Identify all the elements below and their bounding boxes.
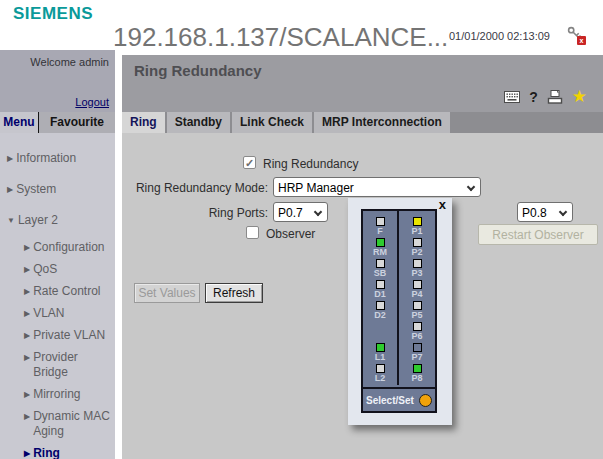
faceplate-left-column: F RM SB D1 D xyxy=(363,211,399,385)
port7-led xyxy=(413,343,422,352)
favourite-star-icon[interactable]: ★ xyxy=(572,89,587,105)
siemens-logo: SIEMENS xyxy=(13,4,93,24)
ring-port-1-select[interactable]: P0.7 xyxy=(274,204,327,222)
observer-checkbox[interactable] xyxy=(246,226,259,239)
select-set-button[interactable] xyxy=(419,394,432,407)
red-x-badge: x xyxy=(577,36,586,45)
led-label: P2 xyxy=(411,247,422,257)
led-label: P5 xyxy=(411,310,422,320)
sidebar-tab-bar: Menu Favourite xyxy=(0,112,115,133)
sidebar-item-label: Ring Redundancy xyxy=(33,446,113,459)
ring-port1-select-wrap: P0.7 xyxy=(273,202,328,222)
faceplate-right-column: P1 P2 P3 P4 xyxy=(399,211,435,385)
chevron-right-icon: ▶ xyxy=(24,306,30,321)
print-icon[interactable] xyxy=(547,90,563,104)
led-area: F RM SB D1 D xyxy=(363,211,435,385)
chevron-right-icon: ▶ xyxy=(7,182,13,197)
help-icon[interactable]: ? xyxy=(529,89,538,105)
port6-led xyxy=(413,322,422,331)
redundancy-manager-led xyxy=(376,238,385,247)
standby-led xyxy=(376,259,385,268)
chevron-right-icon: ▶ xyxy=(24,262,30,277)
led-label: P3 xyxy=(411,268,422,278)
led-label: P4 xyxy=(411,289,422,299)
chevron-right-icon: ▶ xyxy=(24,446,30,459)
led-unit-l2: L2 xyxy=(363,364,397,385)
sidebar-item-label: System xyxy=(16,182,56,197)
led-unit-p4: P4 xyxy=(399,280,435,301)
sidebar-item-ring-redundancy[interactable]: ▶ Ring Redundancy xyxy=(24,446,113,459)
sidebar-menu: ▶ Information ▶ System ▼ Layer 2 ▶ Confi… xyxy=(0,133,115,459)
l1-led xyxy=(376,343,385,352)
led-label: P7 xyxy=(411,352,422,362)
sidebar-tab-menu[interactable]: Menu xyxy=(0,112,38,133)
led-unit-p6: P6 xyxy=(399,322,435,343)
ring-port-2-select[interactable]: P0.8 xyxy=(518,204,572,222)
ring-redundancy-mode-select[interactable]: HRP Manager xyxy=(274,179,480,197)
sidebar-item-rate-control[interactable]: ▶ Rate Control xyxy=(24,284,113,299)
device-faceplate-popup: x F RM SB xyxy=(348,198,452,425)
led-unit-rm: RM xyxy=(363,238,397,259)
logout-link[interactable]: Logout xyxy=(75,96,109,108)
content-header: Ring Redundancy ? xyxy=(122,55,603,112)
sidebar-tab-favourite[interactable]: Favourite xyxy=(39,112,115,133)
sidebar-item-mirroring[interactable]: ▶ Mirroring xyxy=(24,387,113,402)
chevron-right-icon: ▶ xyxy=(24,409,30,424)
scalance-web-ui: SIEMENS 192.168.1.137/SCALANCE... 01/01/… xyxy=(0,0,603,459)
port8-led xyxy=(413,364,422,373)
d1-led xyxy=(376,280,385,289)
led-label: F xyxy=(377,226,383,236)
device-faceplate: F RM SB D1 D xyxy=(361,209,437,413)
mode-label: Ring Redundancy Mode: xyxy=(136,181,268,195)
port5-led xyxy=(413,301,422,310)
sidebar-item-dynamic-mac-aging[interactable]: ▶ Dynamic MAC Aging xyxy=(24,409,113,439)
sidebar-item-private-vlan[interactable]: ▶ Private VLAN xyxy=(24,328,113,343)
restart-observer-button[interactable]: Restart Observer xyxy=(478,224,598,245)
chevron-right-icon: ▶ xyxy=(24,284,30,299)
sidebar-item-system[interactable]: ▶ System xyxy=(7,182,113,197)
tab-mrp-interconnection[interactable]: MRP Interconnection xyxy=(314,112,450,133)
system-datetime: 01/01/2000 02:13:09 xyxy=(449,30,550,42)
chevron-down-icon: ▼ xyxy=(7,213,15,228)
device-title: 192.168.1.137/SCALANCE... xyxy=(113,22,448,53)
sidebar-item-provider-bridge[interactable]: ▶ Provider Bridge xyxy=(24,350,113,380)
chevron-right-icon: ▶ xyxy=(24,350,30,365)
mode-select-wrap: HRP Manager xyxy=(273,177,481,197)
led-unit-p2: P2 xyxy=(399,238,435,259)
tab-link-check[interactable]: Link Check xyxy=(232,112,312,133)
led-unit-l1: L1 xyxy=(363,343,397,364)
observer-checkbox-label: Observer xyxy=(266,227,315,241)
led-unit-p3: P3 xyxy=(399,259,435,280)
refresh-button[interactable]: Refresh xyxy=(205,283,263,303)
led-label: P8 xyxy=(411,373,422,383)
sidebar-item-label: Configuration xyxy=(33,240,104,255)
ring-redundancy-checkbox[interactable]: ✓ xyxy=(243,156,256,169)
keyboard-icon[interactable] xyxy=(504,91,520,103)
sidebar-item-label: VLAN xyxy=(33,306,64,321)
tab-ring[interactable]: Ring xyxy=(122,112,165,133)
led-label: L2 xyxy=(375,373,386,383)
led-unit-f: F xyxy=(363,217,397,238)
sidebar-item-configuration[interactable]: ▶ Configuration xyxy=(24,240,113,255)
close-icon[interactable]: x xyxy=(439,198,446,212)
led-unit-p8: P8 xyxy=(399,364,435,385)
tab-standby[interactable]: Standby xyxy=(167,112,230,133)
set-values-button[interactable]: Set Values xyxy=(134,283,200,303)
sidebar-item-vlan[interactable]: ▶ VLAN xyxy=(24,306,113,321)
ring-port2-select-wrap: P0.8 xyxy=(517,202,573,222)
sidebar-item-label: Private VLAN xyxy=(33,328,105,343)
ring-redundancy-checkbox-label: Ring Redundancy xyxy=(263,157,358,171)
sidebar-item-label: Rate Control xyxy=(33,284,100,299)
sidebar-item-label: QoS xyxy=(33,262,57,277)
led-unit-p1: P1 xyxy=(399,217,435,238)
page-title: Ring Redundancy xyxy=(134,62,262,79)
sidebar-item-qos[interactable]: ▶ QoS xyxy=(24,262,113,277)
sidebar-item-layer2[interactable]: ▼ Layer 2 xyxy=(7,213,113,228)
port2-led xyxy=(413,238,422,247)
header-icon-bar: ? ★ xyxy=(504,89,587,105)
sidebar-item-label: Dynamic MAC Aging xyxy=(33,409,113,439)
sidebar-item-label: Mirroring xyxy=(33,387,80,402)
select-set-label: Select/Set xyxy=(366,395,414,406)
sidebar-item-label: Provider Bridge xyxy=(33,350,113,380)
sidebar-item-information[interactable]: ▶ Information xyxy=(7,151,113,166)
